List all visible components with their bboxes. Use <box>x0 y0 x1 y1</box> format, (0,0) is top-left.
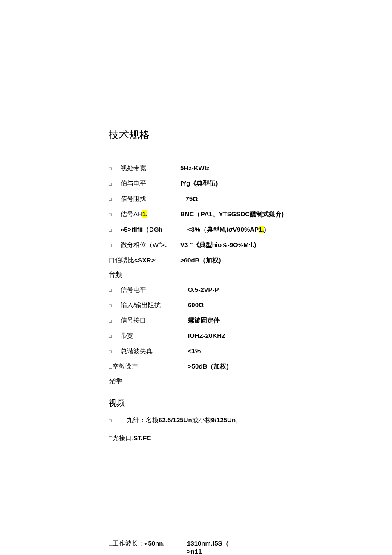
bullet-icon: □ <box>109 302 113 310</box>
spec-label: □光接口, <box>109 434 133 442</box>
spec-value: IYg《典型伍) <box>180 178 218 189</box>
bullet-icon: □ <box>109 348 113 356</box>
bullet-icon: □ <box>109 287 113 294</box>
spec-label: 佶号AH1. <box>121 209 180 219</box>
spec-label: »5>iflfii（DGh <box>121 224 180 235</box>
spec-label: 信号接口 <box>121 315 188 325</box>
spec-value: ST.FC <box>133 434 151 442</box>
section-head-audio: 音频 <box>109 270 392 279</box>
bullet-icon: □ <box>109 227 113 234</box>
spec-row: □空教噪声 >50dB（加权) <box>109 361 392 372</box>
spec-row: □ 信号接口 螺旋固定件 <box>109 315 392 325</box>
bullet-icon: □ <box>109 180 113 188</box>
spec-label: □工作波长：«50nn. <box>109 540 187 548</box>
bullet-icon: □ <box>109 418 113 423</box>
spec-row: □ »5>iflfii（DGh <3%（典型M,iσV90%AP1.) <box>109 224 392 235</box>
spec-value: O.5-2VP-P <box>188 285 219 295</box>
spec-label: 带宽 <box>121 331 188 341</box>
spec-label: 伯与电平: <box>121 178 180 189</box>
spec-value: >50dB（加权) <box>188 361 228 372</box>
spec-row: □ 视处带宽: 5Hz-KWIz <box>109 163 392 173</box>
spec-row: □光接口,ST.FC <box>109 434 392 442</box>
spec-value: 1310nm.l5S（ >n11 <box>187 540 229 555</box>
page-title: 技术规格 <box>109 128 392 142</box>
spec-label: □空教噪声 <box>109 361 188 372</box>
spec-row: □ 伯与电平: IYg《典型伍) <box>109 178 392 189</box>
spec-value: <1% <box>188 346 201 356</box>
spec-label: 总谐波失真 <box>121 346 188 356</box>
bullet-icon: □ <box>109 165 113 173</box>
fiber-text: 九纤：名模62.5/125Un或小校9/125Unl <box>127 416 237 424</box>
spec-value: 75Ω <box>180 194 198 204</box>
section-head-optics: 光学 <box>109 377 392 386</box>
section-head-video: 视频 <box>109 398 392 409</box>
bullet-icon: □ <box>109 317 113 325</box>
spec-value: <3%（典型M,iσV90%AP1.) <box>180 224 266 235</box>
spec-label: 微分相位（W>>: <box>121 240 180 250</box>
spec-row: 口伯喽比<SXR>: >60dB（加权) <box>109 255 392 265</box>
footer-spec: □工作波长：«50nn. 1310nm.l5S（ >n11 <box>109 540 229 555</box>
spec-value: 5Hz-KWIz <box>180 163 209 173</box>
spec-row: □ 微分相位（W>>: V3 "《典型hiσ⅞-9O½M·l.) <box>109 240 392 250</box>
spec-row: □ 总谐波失真 <1% <box>109 346 392 356</box>
spec-row: □ 信号电平 O.5-2VP-P <box>109 285 392 295</box>
spec-label: 信号电平 <box>121 285 188 295</box>
bullet-icon: □ <box>109 211 113 219</box>
spec-row: □ 九纤：名模62.5/125Un或小校9/125Unl <box>109 416 392 425</box>
spec-row: □ 佶号AH1. BNC（PA1、YTSGSDC醺制式嫌弃) <box>109 209 392 219</box>
spec-row: □ 带宽 IOHZ-20KHZ <box>109 331 392 341</box>
spec-value: BNC（PA1、YTSGSDC醺制式嫌弃) <box>180 209 284 219</box>
spec-label: 视处带宽: <box>121 163 180 173</box>
spec-row: □ 佰号阻扰I 75Ω <box>109 194 392 204</box>
bullet-icon: □ <box>109 196 113 203</box>
spec-row: □ 输入/输出阻抗 600Ω <box>109 300 392 310</box>
highlighted-text: 1. <box>142 210 148 218</box>
bullet-icon: □ <box>109 333 113 340</box>
spec-value: V3 "《典型hiσ⅞-9O½M·l.) <box>180 240 256 250</box>
spec-label: 输入/输出阻抗 <box>121 300 188 310</box>
spec-label: 口伯喽比<SXR>: <box>109 255 180 265</box>
spec-label: 佰号阻扰I <box>121 194 180 204</box>
spec-value: 螺旋固定件 <box>188 315 220 325</box>
bullet-icon: □ <box>109 242 113 250</box>
highlighted-text: 1. <box>259 226 264 233</box>
spec-value: 600Ω <box>188 300 204 310</box>
spec-value: IOHZ-20KHZ <box>188 331 225 341</box>
spec-value: >60dB（加权) <box>180 255 221 265</box>
